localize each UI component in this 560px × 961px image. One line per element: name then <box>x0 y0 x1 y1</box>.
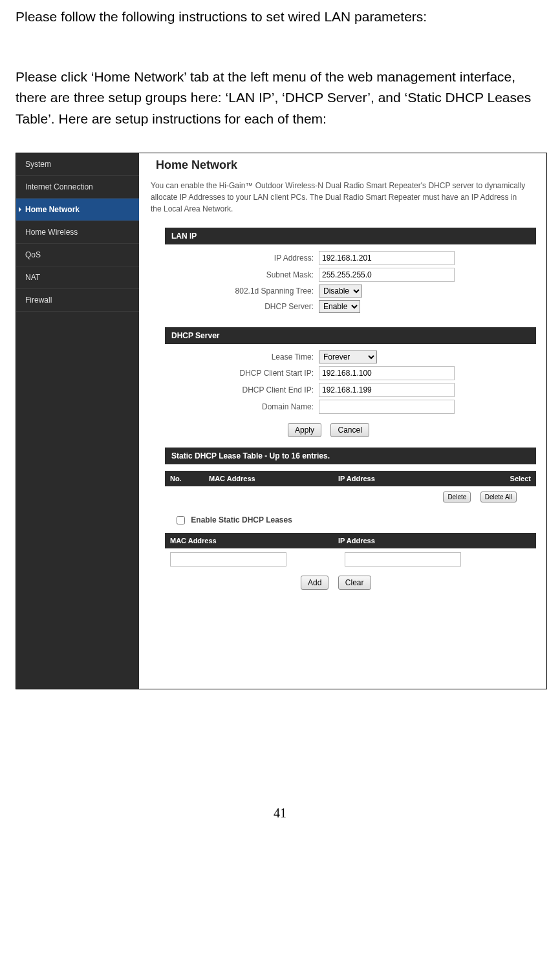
col-mac-add: MAC Address <box>170 537 338 545</box>
page-number: 41 <box>16 806 544 821</box>
label-subnet-mask: Subnet Mask: <box>139 270 319 279</box>
page-title: Home Network <box>139 153 536 180</box>
sidebar-item-internet-connection[interactable]: Internet Connection <box>16 176 139 199</box>
apply-button[interactable]: Apply <box>288 423 321 437</box>
static-table-header-row: No. MAC Address IP Address Select <box>165 471 536 486</box>
label-lease-time: Lease Time: <box>139 352 319 362</box>
enable-static-dhcp-label: Enable Static DHCP Leases <box>191 515 292 524</box>
clear-button[interactable]: Clear <box>338 576 371 590</box>
sidebar: System Internet Connection Home Network … <box>16 153 139 689</box>
router-admin-screenshot: System Internet Connection Home Network … <box>16 153 547 689</box>
enable-static-dhcp-checkbox[interactable] <box>177 516 185 524</box>
sidebar-item-system[interactable]: System <box>16 153 139 176</box>
label-spanning-tree: 802.1d Spanning Tree: <box>139 286 319 296</box>
chevron-right-icon <box>19 207 21 212</box>
add-button[interactable]: Add <box>301 576 328 590</box>
section-header-dhcp-server: DHCP Server <box>165 327 536 344</box>
label-dhcp-end-ip: DHCP Client End IP: <box>139 385 319 394</box>
col-select: Select <box>499 475 531 482</box>
input-ip-address[interactable] <box>319 251 455 265</box>
sidebar-item-home-network[interactable]: Home Network <box>16 199 139 221</box>
label-dhcp-server-toggle: DHCP Server: <box>139 302 319 311</box>
delete-all-button[interactable]: Delete All <box>480 491 517 502</box>
col-mac: MAC Address <box>209 475 338 482</box>
label-domain-name: Domain Name: <box>139 402 319 411</box>
input-subnet-mask[interactable] <box>319 268 455 282</box>
main-panel: Home Network You can enable the Hi-Gain™… <box>139 153 546 689</box>
select-spanning-tree[interactable]: Disable <box>319 285 362 297</box>
input-static-ip[interactable] <box>345 552 461 567</box>
input-domain-name[interactable] <box>319 400 455 414</box>
cancel-button[interactable]: Cancel <box>330 423 369 437</box>
col-no: No. <box>170 475 209 482</box>
delete-button[interactable]: Delete <box>443 491 471 502</box>
sidebar-item-qos[interactable]: QoS <box>16 244 139 266</box>
page-intro-text: You can enable the Hi-Gain™ Outdoor Wire… <box>139 180 536 224</box>
sidebar-item-firewall[interactable]: Firewall <box>16 289 139 312</box>
sidebar-item-home-wireless[interactable]: Home Wireless <box>16 221 139 244</box>
section-header-lan-ip: LAN IP <box>165 228 536 244</box>
input-dhcp-start-ip[interactable] <box>319 366 455 380</box>
select-dhcp-server[interactable]: Enable <box>319 300 360 313</box>
sidebar-item-label: Home Network <box>25 205 80 214</box>
doc-intro-line1: Please follow the following instructions… <box>16 6 544 28</box>
select-lease-time[interactable]: Forever <box>319 351 377 363</box>
mac-ip-header-row: MAC Address IP Address <box>165 533 536 548</box>
input-mac-address[interactable] <box>170 552 286 567</box>
sidebar-item-nat[interactable]: NAT <box>16 266 139 289</box>
col-ip-add: IP Address <box>338 537 531 545</box>
doc-intro-para2: Please click ‘Home Network’ tab at the l… <box>16 67 544 130</box>
label-ip-address: IP Address: <box>139 254 319 263</box>
input-dhcp-end-ip[interactable] <box>319 383 455 397</box>
section-header-static-lease-table: Static DHCP Lease Table - Up to 16 entri… <box>165 448 536 464</box>
col-ip: IP Address <box>338 475 499 482</box>
label-dhcp-start-ip: DHCP Client Start IP: <box>139 369 319 378</box>
